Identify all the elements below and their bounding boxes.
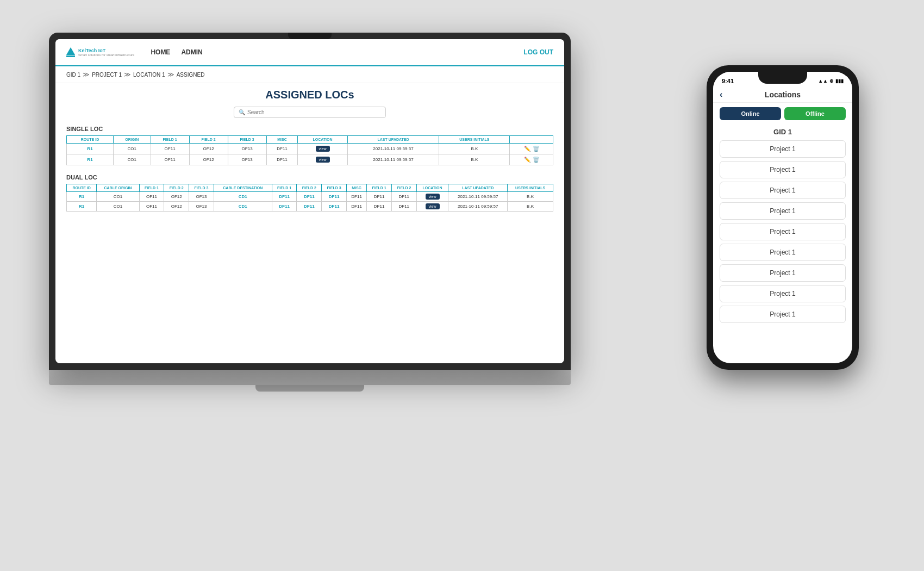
- list-item[interactable]: Project 1: [720, 285, 846, 302]
- dcell-field1: OF11: [139, 192, 164, 202]
- phone: 9:41 ▲▲ ⊕ ▮▮▮ ‹ Locations Online Offline: [707, 65, 859, 370]
- single-loc-table: Route ID ORIGIN FIELD 1 FIELD 2 FIELD 3 …: [66, 135, 553, 165]
- table-row: R1 CO1 OF11 OF12 OF13 CD1 DF11 DF11 DF11: [67, 192, 553, 202]
- breadcrumb-location: LOCATION 1: [133, 72, 165, 78]
- laptop-screen: KelTech IoT Smart solutions for smart in…: [55, 39, 564, 363]
- th-origin: ORIGIN: [113, 136, 151, 144]
- search-bar: 🔍: [234, 107, 386, 118]
- cell-location: view: [298, 144, 347, 154]
- breadcrumb: GID 1 ≫ PROJECT 1 ≫ LOCATION 1 ≫ ASSIGNE…: [55, 66, 564, 83]
- cell-misc: DF11: [266, 154, 298, 165]
- logo-area: KelTech IoT Smart solutions for smart in…: [66, 47, 134, 57]
- dcell-mf1: DF11: [367, 202, 392, 212]
- cell-route-id: R1: [67, 144, 114, 154]
- laptop-stand: [255, 385, 364, 392]
- cell-last-updated: 2021-10-11 09:59:57: [347, 144, 439, 154]
- list-item[interactable]: Project 1: [720, 161, 846, 178]
- view-button[interactable]: view: [316, 146, 330, 152]
- cell-field2: OF12: [189, 154, 228, 165]
- dcell-misc: DF11: [346, 202, 366, 212]
- view-button[interactable]: view: [316, 157, 330, 163]
- th-location: LOCATION: [298, 136, 347, 144]
- dth-mfield1: FIELD 1: [367, 184, 392, 192]
- cell-field2: OF12: [189, 144, 228, 154]
- edit-button[interactable]: ✏️: [523, 156, 531, 163]
- delete-button[interactable]: 🗑️: [532, 145, 540, 152]
- table-row: R1 CO1 OF11 OF12 OF13 DF11 view 2021-10-…: [67, 144, 553, 154]
- nav-admin[interactable]: ADMIN: [181, 48, 202, 56]
- cell-actions: ✏️ 🗑️: [510, 154, 553, 165]
- phone-header: ‹ Locations: [713, 87, 852, 103]
- breadcrumb-assigned: ASSIGNED: [177, 72, 205, 78]
- scene: KelTech IoT Smart solutions for smart in…: [0, 0, 924, 571]
- status-icons: ▲▲ ⊕ ▮▮▮: [818, 78, 844, 84]
- offline-toggle[interactable]: Offline: [784, 107, 846, 120]
- breadcrumb-gid: GID 1: [66, 72, 80, 78]
- screen-content: KelTech IoT Smart solutions for smart in…: [55, 39, 564, 363]
- nav-bar: KelTech IoT Smart solutions for smart in…: [55, 39, 564, 66]
- nav-logout[interactable]: LOG OUT: [523, 48, 553, 56]
- logo-sub: Smart solutions for smart infrastructure: [78, 53, 134, 57]
- dcell-df1: DF11: [272, 192, 297, 202]
- dth-users-initials: USERS INITIALS: [508, 184, 553, 192]
- online-toggle[interactable]: Online: [720, 107, 781, 120]
- laptop-notch: [288, 33, 332, 39]
- cell-origin: CO1: [113, 144, 151, 154]
- dcell-users-initials: B.K: [508, 192, 553, 202]
- search-input[interactable]: [247, 109, 381, 115]
- table-row: R1 CO1 OF11 OF12 OF13 DF11 view 2021-10-…: [67, 154, 553, 165]
- dth-field2: FIELD 2: [164, 184, 189, 192]
- dcell-mf2: DF11: [391, 202, 416, 212]
- th-field1: FIELD 1: [151, 136, 189, 144]
- dth-dfield3: FIELD 3: [322, 184, 347, 192]
- dcell-field1: OF11: [139, 202, 164, 212]
- list-item[interactable]: Project 1: [720, 202, 846, 220]
- breadcrumb-sep1: ≫: [83, 71, 90, 78]
- back-button[interactable]: ‹: [720, 90, 722, 100]
- nav-home[interactable]: HOME: [151, 48, 170, 56]
- dcell-field2: OF12: [164, 202, 189, 212]
- cell-route-id: R1: [67, 154, 114, 165]
- dcell-df1: DF11: [272, 202, 297, 212]
- dth-field1: FIELD 1: [139, 184, 164, 192]
- cell-field3: OF13: [228, 154, 266, 165]
- cell-origin: CO1: [113, 154, 151, 165]
- th-route-id: Route ID: [67, 136, 114, 144]
- dcell-field2: OF12: [164, 192, 189, 202]
- cell-last-updated: 2021-10-11 09:59:57: [347, 154, 439, 165]
- dcell-location: view: [416, 192, 448, 202]
- phone-title: Locations: [765, 90, 801, 99]
- dcell-cable-origin: CO1: [97, 202, 139, 212]
- laptop: KelTech IoT Smart solutions for smart in…: [49, 33, 571, 402]
- edit-button[interactable]: ✏️: [523, 145, 531, 152]
- breadcrumb-sep2: ≫: [124, 71, 131, 78]
- list-item[interactable]: Project 1: [720, 223, 846, 240]
- dcell-mf1: DF11: [367, 192, 392, 202]
- dth-mfield2: FIELD 2: [391, 184, 416, 192]
- dth-field3: FIELD 3: [189, 184, 214, 192]
- cell-actions: ✏️ 🗑️: [510, 144, 553, 154]
- list-item[interactable]: Project 1: [720, 182, 846, 199]
- toggle-bar: Online Offline: [713, 103, 852, 125]
- list-item[interactable]: Project 1: [720, 264, 846, 282]
- dcell-last-updated: 2021-10-11 09:59:57: [448, 192, 508, 202]
- dcell-last-updated: 2021-10-11 09:59:57: [448, 202, 508, 212]
- dual-loc-table: Route ID CABLE ORIGIN FIELD 1 FIELD 2 FI…: [66, 184, 553, 212]
- list-item[interactable]: Project 1: [720, 244, 846, 261]
- view-button[interactable]: view: [426, 194, 440, 200]
- list-item[interactable]: Project 1: [720, 306, 846, 323]
- delete-button[interactable]: 🗑️: [532, 156, 540, 163]
- signal-icon: ▲▲: [818, 78, 828, 84]
- dcell-misc: DF11: [346, 192, 366, 202]
- view-button[interactable]: view: [426, 203, 440, 209]
- th-users-initials: USERS INITIALS: [439, 136, 510, 144]
- dcell-location: view: [416, 202, 448, 212]
- dth-misc: MISC: [346, 184, 366, 192]
- cell-field1: OF11: [151, 144, 189, 154]
- list-item[interactable]: Project 1: [720, 140, 846, 158]
- dual-loc-title: DUAL LOC: [66, 174, 553, 181]
- dth-cable-origin: CABLE ORIGIN: [97, 184, 139, 192]
- th-last-updated: LAST UPADATED: [347, 136, 439, 144]
- dth-route-id: Route ID: [67, 184, 97, 192]
- logo-name: KelTech IoT: [78, 48, 134, 54]
